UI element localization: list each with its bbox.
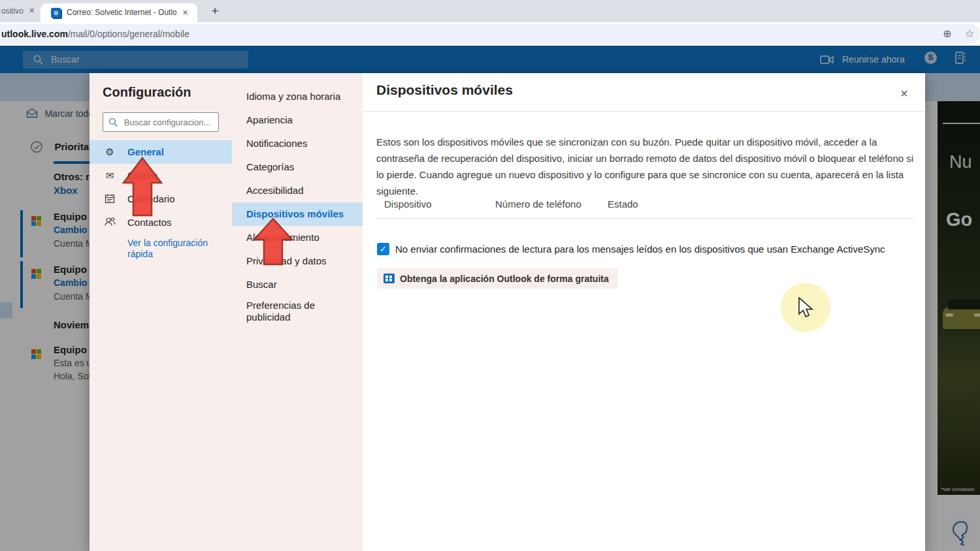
calendar-icon: [104, 193, 116, 205]
tab-partial-title: ositivo: [1, 7, 26, 16]
bookmark-star-icon[interactable]: ☆: [965, 24, 974, 44]
category-privacidad[interactable]: Privacidad y datos: [232, 249, 363, 273]
category-buscar[interactable]: Buscar: [232, 273, 363, 296]
gear-icon: ⚙: [104, 146, 116, 158]
tab-close-icon[interactable]: ✕: [29, 7, 35, 15]
read-receipts-label: No enviar confirmaciones de lectura para…: [395, 244, 885, 255]
tab-correo-active[interactable]: o Correo: Solvetic Internet - Outloc ✕: [41, 3, 197, 22]
tab-title: Correo: Solvetic Internet - Outloc: [67, 8, 176, 17]
divider: [376, 218, 913, 219]
outlook-app-icon: [384, 274, 395, 283]
category-apariencia[interactable]: Apariencia: [232, 108, 363, 132]
settings-search-box[interactable]: [103, 112, 219, 132]
envelope-icon: ✉: [104, 170, 116, 181]
settings-title: Configuración: [103, 85, 191, 100]
tab-dispositivos[interactable]: ositivo ✕: [0, 0, 39, 22]
category-preferencias-publicidad[interactable]: Preferencias de publicidad: [232, 296, 330, 326]
panel-description: Estos son los dispositivos móviles que s…: [376, 134, 915, 199]
address-bar[interactable]: utlook.live.com/mail/0/options/general/m…: [0, 24, 980, 44]
url-host: utlook.live.com: [1, 29, 68, 39]
search-icon: [108, 118, 118, 127]
cursor-pointer: [798, 297, 815, 318]
get-outlook-app-label: Obtenga la aplicación Outlook de forma g…: [400, 274, 609, 284]
browser-url-row: utlook.live.com/mail/0/options/general/m…: [0, 22, 980, 46]
url-path: /mail/0/options/general/mobile: [68, 29, 189, 39]
devices-panel: ✕ Dispositivos móviles Estos son los dis…: [363, 73, 925, 551]
new-tab-button[interactable]: +: [206, 3, 223, 20]
sidebar-item-label: Contactos: [127, 217, 172, 228]
divider: [363, 111, 925, 112]
category-accesibilidad[interactable]: Accesibilidad: [232, 179, 363, 202]
settings-categories: Idioma y zona horaria Apariencia Notific…: [232, 73, 363, 551]
outlook-favicon-icon: o: [51, 8, 61, 18]
category-notificaciones[interactable]: Notificaciones: [232, 132, 363, 155]
people-icon: [104, 217, 116, 228]
panel-title: Dispositivos móviles: [376, 82, 513, 98]
category-almacenamiento[interactable]: Almacenamiento: [232, 226, 363, 249]
category-dispositivos-moviles[interactable]: Dispositivos móviles: [232, 202, 363, 226]
annotation-arrow-general: [122, 157, 163, 217]
col-dispositivo: Dispositivo: [384, 198, 432, 210]
category-categorias[interactable]: Categorías: [232, 155, 363, 179]
col-estado: Estado: [608, 198, 638, 210]
annotation-arrow-dispositivos: [253, 217, 293, 266]
close-button[interactable]: ✕: [895, 85, 913, 103]
col-numero-telefono: Número de teléfono: [495, 198, 581, 210]
get-outlook-app-button[interactable]: Obtenga la aplicación Outlook de forma g…: [377, 268, 618, 289]
quick-settings-link[interactable]: Ver la configuración rápida: [127, 238, 219, 260]
settings-sidebar: Configuración ⚙ General ✉ Correo Calenda…: [90, 73, 232, 551]
tab-close-icon[interactable]: ✕: [182, 8, 188, 17]
read-receipts-checkbox[interactable]: ✓: [377, 243, 389, 255]
screen: ositivo ✕ o Correo: Solvetic Internet - …: [0, 0, 980, 551]
browser-tab-bar: ositivo ✕ o Correo: Solvetic Internet - …: [0, 0, 980, 22]
category-idioma[interactable]: Idioma y zona horaria: [232, 85, 363, 108]
zoom-install-icon[interactable]: ⊕: [943, 24, 951, 44]
settings-search-input[interactable]: [123, 115, 214, 129]
sidebar-item-label: General: [127, 146, 164, 157]
settings-modal: Configuración ⚙ General ✉ Correo Calenda…: [90, 73, 925, 551]
